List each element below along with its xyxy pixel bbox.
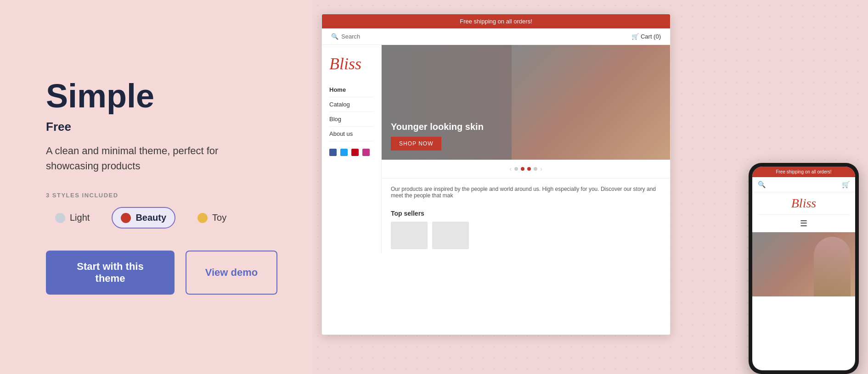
beauty-dot (121, 213, 131, 223)
social-icons (329, 149, 374, 156)
buttons-row: Start with this theme View demo (46, 251, 266, 295)
light-label: Light (70, 212, 90, 223)
desktop-menu-blog[interactable]: Blog (329, 112, 374, 127)
desktop-sidebar: Bliss Home Catalog Blog About us (322, 45, 382, 254)
twitter-icon (340, 149, 348, 156)
product-card-1 (391, 222, 428, 249)
left-panel: Simple Free A clean and minimal theme, p… (0, 0, 312, 374)
mobile-hero (752, 232, 855, 296)
view-demo-button[interactable]: View demo (186, 251, 277, 295)
top-sellers-label: Top sellers (391, 210, 661, 217)
mobile-hero-image (814, 237, 851, 296)
desktop-hero: Younger looking skin SHOP NOW (382, 45, 670, 160)
desktop-announcement: Free shipping on all orders! (322, 14, 670, 28)
carousel-prev[interactable]: ‹ (509, 165, 512, 173)
style-option-light[interactable]: Light (46, 207, 99, 229)
cart-icon: 🛒 (631, 33, 639, 40)
mobile-mockup: Free shipping on all orders! 🔍 🛒 Bliss ☰ (749, 163, 859, 374)
hero-tagline: Younger looking skin (391, 122, 484, 132)
theme-title: Simple (46, 79, 266, 112)
carousel-next[interactable]: › (540, 165, 542, 173)
right-panel: Free shipping on all orders! 🔍 Search 🛒 … (312, 0, 868, 374)
styles-row: Light Beauty Toy (46, 207, 266, 229)
desktop-content: Younger looking skin SHOP NOW ‹ › Our pr… (382, 45, 670, 254)
toy-label: Toy (212, 212, 226, 223)
carousel-dot-3[interactable] (527, 167, 531, 171)
desktop-menu-home[interactable]: Home (329, 83, 374, 97)
facebook-icon (329, 149, 337, 156)
product-row (382, 217, 670, 254)
mobile-hamburger[interactable]: ☰ (752, 215, 855, 232)
desktop-about-text: Our products are inspired by the people … (382, 178, 670, 206)
instagram-icon (362, 149, 370, 156)
product-card-2 (432, 222, 469, 249)
styles-label: 3 STYLES INCLUDED (46, 192, 266, 199)
desktop-nav-bar: 🔍 Search 🛒 Cart (0) (322, 28, 670, 45)
theme-description: A clean and minimal theme, perfect for s… (46, 143, 266, 173)
hero-cta-button[interactable]: SHOP NOW (391, 137, 441, 151)
mobile-search-icon[interactable]: 🔍 (758, 181, 766, 188)
desktop-search: 🔍 Search (331, 33, 360, 40)
desktop-menu-catalog[interactable]: Catalog (329, 97, 374, 112)
style-option-toy[interactable]: Toy (188, 207, 236, 229)
carousel-dot-4[interactable] (534, 167, 537, 171)
desktop-logo: Bliss (329, 54, 374, 73)
desktop-cart: 🛒 Cart (0) (631, 33, 661, 40)
cart-label: Cart (0) (641, 33, 661, 40)
search-icon: 🔍 (331, 33, 338, 40)
mobile-inner: Free shipping on all orders! 🔍 🛒 Bliss ☰ (752, 167, 855, 370)
beauty-label: Beauty (135, 212, 166, 223)
mobile-nav: 🔍 🛒 (752, 177, 855, 192)
desktop-mockup: Free shipping on all orders! 🔍 Search 🛒 … (321, 14, 671, 335)
start-theme-button[interactable]: Start with this theme (46, 251, 175, 295)
desktop-menu-about[interactable]: About us (329, 127, 374, 141)
style-option-beauty[interactable]: Beauty (112, 207, 175, 229)
carousel-dot-1[interactable] (514, 167, 518, 171)
light-dot (55, 213, 65, 223)
theme-price: Free (46, 120, 266, 134)
pinterest-icon (351, 149, 359, 156)
carousel-dot-2[interactable] (521, 167, 524, 171)
mobile-announcement: Free shipping on all orders! (752, 167, 855, 177)
hero-text-area: Younger looking skin SHOP NOW (391, 122, 484, 151)
mobile-logo: Bliss (752, 192, 855, 214)
search-label: Search (341, 33, 360, 40)
desktop-body: Bliss Home Catalog Blog About us (322, 45, 670, 254)
carousel-dots: ‹ › (382, 160, 670, 178)
mobile-cart-icon[interactable]: 🛒 (842, 181, 850, 188)
toy-dot (197, 213, 208, 223)
